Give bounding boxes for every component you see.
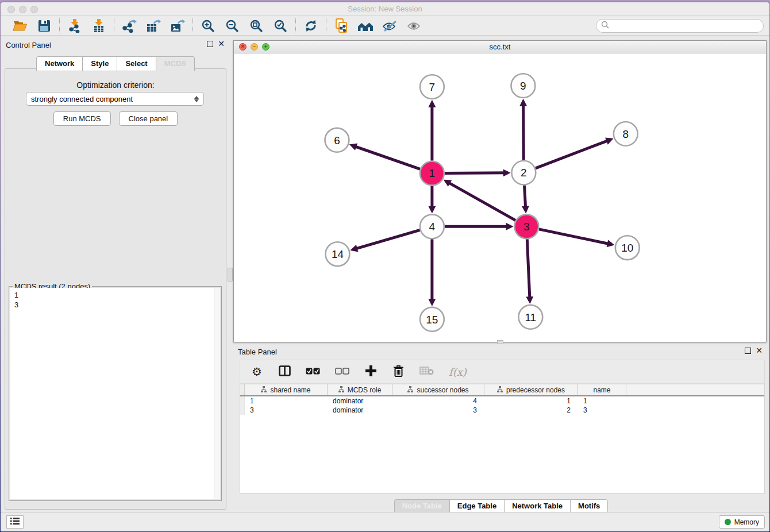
tab-node-table[interactable]: Node Table — [394, 499, 449, 513]
run-mcds-button[interactable]: Run MCDS — [53, 111, 111, 126]
node-8[interactable]: 8 — [614, 122, 638, 146]
cell-shared-name[interactable]: 1 — [245, 396, 328, 406]
save-session-button[interactable] — [36, 18, 52, 34]
zoom-out-button[interactable] — [224, 18, 240, 34]
edge-4-14[interactable] — [353, 230, 420, 249]
title-bar: Session: New Session — [1, 2, 769, 16]
result-scrollbar[interactable] — [214, 288, 220, 499]
column-header-successor-nodes[interactable]: successor nodes — [392, 384, 484, 395]
show-columns-button[interactable] — [278, 364, 291, 379]
import-table-button[interactable] — [91, 18, 107, 34]
column-header-predecessor-nodes[interactable]: predecessor nodes — [484, 384, 578, 395]
node-15[interactable]: 15 — [420, 307, 444, 331]
dropdown-value: strongly connected component — [31, 95, 133, 103]
network-window-titlebar[interactable]: ✕ − + scc.txt — [234, 41, 766, 53]
tab-network[interactable]: Network — [36, 56, 82, 71]
node-14[interactable]: 14 — [325, 242, 349, 266]
svg-text:4: 4 — [429, 221, 436, 233]
node-9[interactable]: 9 — [511, 74, 535, 98]
row-margin — [240, 406, 245, 415]
column-header-name[interactable]: name — [578, 384, 626, 395]
cell-predecessor-nodes[interactable]: 1 — [484, 396, 578, 406]
cell-successor-nodes[interactable]: 4 — [392, 396, 484, 406]
new-network-from-selection-button[interactable] — [333, 18, 349, 34]
svg-text:7: 7 — [429, 81, 436, 93]
node-7[interactable]: 7 — [420, 75, 444, 99]
cell-mcds-role[interactable]: dominator — [328, 406, 392, 415]
node-4[interactable]: 4 — [420, 214, 444, 238]
apply-layout-button[interactable] — [303, 18, 319, 34]
node-6[interactable]: 6 — [325, 128, 349, 152]
network-canvas[interactable]: 7968124314101511 — [234, 53, 766, 342]
edge-2-8[interactable] — [536, 140, 611, 168]
delete-columns-button[interactable] — [392, 364, 405, 379]
edge-3-1[interactable] — [446, 181, 515, 220]
node-11[interactable]: 11 — [518, 305, 542, 329]
float-table-panel-icon[interactable] — [745, 348, 751, 354]
float-panel-icon[interactable] — [207, 41, 213, 47]
edge-1-2[interactable] — [445, 173, 508, 174]
zoom-selected-button[interactable] — [272, 18, 288, 34]
table-row[interactable]: 3dominator323 — [240, 406, 764, 415]
node-table[interactable]: shared nameMCDS rolesuccessor nodesprede… — [240, 384, 765, 494]
show-all-button[interactable] — [406, 18, 422, 34]
export-image-icon — [170, 19, 185, 33]
cell-name[interactable]: 1 — [578, 396, 626, 406]
table-body: 1dominator4113dominator323 — [240, 396, 764, 415]
optimization-criterion-dropdown[interactable]: strongly connected component — [26, 92, 204, 106]
export-table-button[interactable] — [145, 18, 161, 34]
edge-3-10[interactable] — [539, 229, 612, 245]
open-session-button[interactable] — [12, 18, 28, 34]
row-margin — [240, 384, 245, 395]
search-input[interactable] — [612, 22, 759, 30]
zoom-fit-button[interactable] — [248, 18, 264, 34]
tab-mcds[interactable]: MCDS — [156, 56, 195, 71]
select-all-button[interactable] — [306, 364, 320, 379]
zoom-in-button[interactable] — [200, 18, 216, 34]
columns-icon — [279, 365, 291, 379]
tab-select[interactable]: Select — [117, 56, 155, 71]
tab-style[interactable]: Style — [82, 56, 117, 71]
cell-mcds-role[interactable]: dominator — [328, 396, 392, 406]
column-label: successor nodes — [417, 386, 468, 394]
deselect-all-button[interactable] — [335, 364, 349, 379]
close-panel-button[interactable]: Close panel — [119, 111, 178, 126]
cell-name[interactable]: 3 — [578, 406, 626, 415]
memory-button[interactable]: Memory — [719, 515, 765, 529]
node-3[interactable]: 3 — [514, 214, 538, 238]
tab-edge-table[interactable]: Edge Table — [449, 499, 504, 513]
close-panel-icon[interactable]: ✕ — [218, 41, 225, 47]
close-table-panel-icon[interactable]: ✕ — [756, 348, 763, 354]
column-header-shared-name[interactable]: shared name — [245, 384, 328, 395]
table-row[interactable]: 1dominator411 — [240, 396, 764, 406]
splitter-grip[interactable] — [228, 268, 233, 282]
mcds-result-area[interactable]: 13 — [10, 288, 220, 499]
cell-shared-name[interactable]: 3 — [245, 406, 328, 415]
column-header-mcds-role[interactable]: MCDS role — [328, 384, 392, 395]
network-graph[interactable]: 7968124314101511 — [234, 53, 766, 342]
first-neighbors-button[interactable] — [357, 18, 374, 34]
node-10[interactable]: 10 — [615, 236, 640, 260]
search-box[interactable] — [596, 19, 764, 33]
cell-predecessor-nodes[interactable]: 2 — [484, 406, 578, 415]
edge-2-3[interactable] — [525, 186, 526, 211]
table-toolbar: ⚙ f(x) — [240, 360, 765, 384]
tab-motifs[interactable]: Motifs — [570, 499, 608, 513]
import-network-button[interactable] — [67, 18, 83, 34]
import-table-icon — [92, 19, 106, 33]
tab-network-table[interactable]: Network Table — [504, 499, 570, 513]
hide-selected-button[interactable] — [382, 18, 398, 34]
export-network-button[interactable] — [121, 18, 137, 34]
table-settings-button[interactable]: ⚙ — [251, 364, 263, 379]
edge-1-6[interactable] — [352, 145, 420, 169]
node-1[interactable]: 1 — [420, 161, 444, 186]
add-column-button[interactable] — [364, 364, 377, 379]
edge-3-11[interactable] — [527, 239, 530, 301]
node-2[interactable]: 2 — [511, 161, 536, 185]
task-history-button[interactable] — [6, 515, 24, 529]
table-tabs: Node TableEdge TableNetwork TableMotifs — [233, 499, 769, 513]
edge-2-9[interactable] — [523, 102, 524, 160]
export-image-button[interactable] — [170, 18, 186, 34]
cell-successor-nodes[interactable]: 3 — [392, 406, 484, 415]
tree-icon — [338, 386, 344, 394]
